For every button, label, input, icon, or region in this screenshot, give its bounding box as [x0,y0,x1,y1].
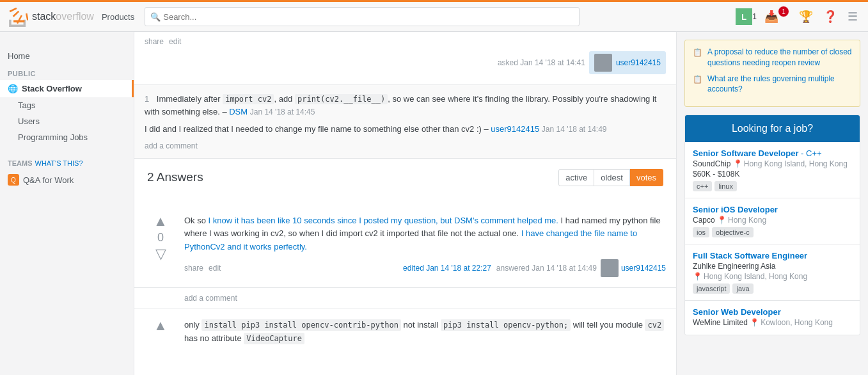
vote-count-1: 0 [157,231,164,244]
job-item-2: Senior iOS Developer Capco 📍Hong Kong io… [685,198,860,244]
achievements-icon[interactable]: 🏆 [796,10,816,24]
job-tag-1a[interactable]: c++ [693,181,712,191]
answer-text-link-2[interactable]: I have changed the file name to PythonCv… [184,228,637,251]
job-tag-2b[interactable]: objective-c [712,227,754,237]
notice-icon-1: 📋 [693,48,702,57]
job-tag-1b[interactable]: linux [714,181,737,191]
jobs-header: Looking for a job? [685,115,860,142]
share-edit-row: share edit [145,37,666,46]
comment-text-2: I did and I realized that I needed to ch… [145,124,607,134]
location-icon-3: 📍 [693,272,702,281]
sort-tab-oldest[interactable]: oldest [594,169,630,186]
job-location-2: 📍Hong Kong [717,216,766,225]
vote-column-1: ▲ 0 ▽ [145,214,177,277]
answer-code-2c: cv2 [645,319,664,331]
products-menu[interactable]: Products [102,12,134,22]
reputation: 1 [752,12,757,21]
location-icon-1: 📍 [733,159,743,168]
job-tag-3a[interactable]: javascript [693,283,730,294]
logo-text: stackoverflow [32,11,94,22]
notice-icon-2: 📋 [693,75,702,84]
vote-up-1[interactable]: ▲ [154,214,168,228]
answer-1: ▲ 0 ▽ Ok so I know it has been like 10 s… [134,204,676,288]
avatar[interactable]: L [736,8,752,25]
job-company-2: Capco 📍Hong Kong [693,216,852,225]
answer-edit-1[interactable]: edit [209,264,221,273]
vote-down-1[interactable]: ▽ [155,247,166,261]
comments-section: 1 Immediately after import cv2, add prin… [134,85,676,159]
job-title-1[interactable]: Senior Software Developer - C++ [693,148,852,158]
add-comment-link-1[interactable]: add a comment [145,141,198,150]
sidebar-item-tags[interactable]: Tags [0,97,134,113]
notice-item-1: 📋 A proposal to reduce the number of clo… [693,47,852,68]
help-icon[interactable]: ❓ [821,10,840,24]
job-title-2[interactable]: Senior iOS Developer [693,205,852,214]
notice-link-2[interactable]: What are the rules governing multiple ac… [707,74,852,95]
job-item-4: Senior Web Developer WeMine Limited 📍Kow… [685,301,860,335]
job-tags-2: ios objective-c [693,227,852,237]
answer-2: ▲ only install pip3 install opencv-contr… [134,308,676,356]
main-content: share edit asked Jan 14 '18 at 14:41 use… [134,32,676,375]
sidebar-item-home[interactable]: Home [0,47,134,65]
job-title-4[interactable]: Senior Web Developer [693,307,852,317]
jobs-box: Looking for a job? Senior Software Devel… [684,115,860,335]
notifications-wrapper: 📥 1 [762,10,791,24]
location-icon-4: 📍 [750,318,759,327]
job-location-1: 📍Hong Kong Island, Hong Kong [733,159,848,168]
job-tag-2a[interactable]: ios [693,227,709,237]
job-title-3[interactable]: Full Stack Software Engineer [693,251,852,260]
answer-meta-1: edited Jan 14 '18 at 22:27 answered Jan … [403,259,666,277]
user-avatar-1 [601,259,619,277]
teams-header: TEAMS What's this? [0,156,134,171]
search-input[interactable] [163,12,574,22]
comment-author-1[interactable]: DSM [229,107,248,116]
user-name-1[interactable]: user9142415 [621,264,666,273]
asked-label: asked Jan 14 '18 at 14:41 [498,58,585,67]
asked-section: share edit asked Jan 14 '18 at 14:41 use… [134,32,676,85]
stackoverflow-logo-icon [8,6,28,27]
qa-work-label: Q&A for Work [23,175,74,185]
edit-link[interactable]: edit [169,37,181,46]
comment-2: I did and I realized that I needed to ch… [145,123,666,136]
comment-code-1a: import cv2 [223,94,274,104]
hamburger-icon[interactable]: ☰ [845,10,860,24]
job-tags-1: c++ linux [693,181,852,191]
user-info: L 1 [736,8,757,25]
answer-code-2a: install pip3 install opencv-contrib-pyth… [201,319,400,331]
answer-text-link-1[interactable]: I know it has been like 10 seconds since… [209,216,558,225]
comment-author-2[interactable]: user9142415 [491,124,539,134]
vote-up-2[interactable]: ▲ [154,319,168,333]
globe-icon: 🌐 [8,84,18,93]
logo[interactable]: stackoverflow [8,6,94,27]
sort-tab-active[interactable]: active [558,169,594,186]
asked-user-avatar [594,54,612,72]
answer-text-2: only install pip3 install opencv-contrib… [184,319,666,346]
notice-box: 📋 A proposal to reduce the number of clo… [684,40,860,107]
notice-link-1[interactable]: A proposal to reduce the number of close… [707,47,852,68]
whats-this-link[interactable]: What's this? [35,159,83,167]
comment-time-2: Jan 14 '18 at 14:49 [542,125,607,134]
job-tag-3b[interactable]: java [732,283,753,294]
sidebar-item-jobs[interactable]: Programming Jobs [0,129,134,145]
share-link[interactable]: share [145,37,164,46]
job-item-1: Senior Software Developer - C++ SoundChi… [685,142,860,198]
asked-user-name[interactable]: user9142415 [616,58,661,67]
sidebar-item-users[interactable]: Users [0,113,134,129]
search-bar[interactable]: 🔍 [145,7,580,26]
answer-share-1[interactable]: share [184,264,203,273]
sort-tab-votes[interactable]: votes [630,169,663,186]
answered-label-1: answered Jan 14 '18 at 14:49 [496,264,597,273]
edited-time-1[interactable]: edited Jan 14 '18 at 22:27 [403,264,491,273]
home-label: Home [8,51,30,61]
comment-code-1b: print(cv2.__file__) [295,94,388,104]
answer-links-1: share edit [184,264,221,273]
answer-code-2b: pip3 install opencv-python; [441,319,571,331]
stackoverflow-label: Stack Overflow [22,84,82,93]
comment-time-1: Jan 14 '18 at 14:45 [250,108,315,116]
sidebar-item-stackoverflow[interactable]: 🌐 Stack Overflow [0,80,134,97]
user-card-1: user9142415 [601,259,666,277]
add-comment-link-2[interactable]: add a comment [184,294,237,303]
answered-info-1: answered Jan 14 '18 at 14:49 user9142415 [496,259,666,277]
asked-row: asked Jan 14 '18 at 14:41 user9142415 [145,51,666,74]
sidebar-item-qa-work[interactable]: Q Q&A for Work [0,171,134,189]
